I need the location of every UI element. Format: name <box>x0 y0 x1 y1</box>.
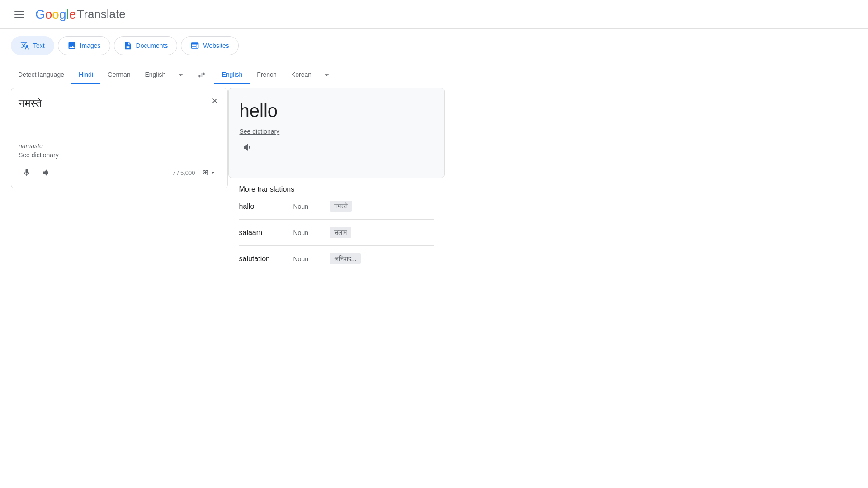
transliteration-text: namaste <box>19 142 220 150</box>
translations-list: hallo Noun नमस्ते salaam Noun सलाम salut… <box>239 193 434 272</box>
tabs-row: Text Images Documents Websites <box>0 29 868 55</box>
lang-korean[interactable]: Korean <box>284 66 319 84</box>
tr-type-1: Noun <box>293 229 330 236</box>
tr-hindi-2[interactable]: अभिवाद... <box>330 253 361 264</box>
translation-row-1: salaam Noun सलाम <box>239 220 434 246</box>
speaker-button-source[interactable] <box>38 164 55 181</box>
logo-google-text: Google <box>35 7 76 22</box>
input-toolbar: 7 / 5,000 अ <box>19 164 220 181</box>
app-header: Google Translate <box>0 0 868 29</box>
source-text[interactable]: नमस्ते <box>19 95 220 131</box>
speaker-button-target[interactable] <box>240 139 256 155</box>
target-lang-options: English French Korean <box>214 66 335 84</box>
lang-english-target[interactable]: English <box>214 66 250 84</box>
translation-panels: नमस्ते namaste See dictionary <box>11 84 445 279</box>
tab-images[interactable]: Images <box>58 36 110 55</box>
lang-english-source[interactable]: English <box>137 66 173 84</box>
main-content: Detect language Hindi German English <box>0 55 633 290</box>
source-lang-bar: Detect language Hindi German English <box>11 66 445 84</box>
lang-detect[interactable]: Detect language <box>11 66 71 84</box>
tr-type-0: Noun <box>293 203 330 210</box>
tr-hindi-0[interactable]: नमस्ते <box>330 201 352 212</box>
menu-button[interactable] <box>11 7 28 22</box>
tr-word-0: hallo <box>239 202 293 211</box>
tab-bar: Text Images Documents Websites <box>11 36 857 55</box>
tr-word-1: salaam <box>239 229 293 237</box>
input-container: नमस्ते namaste See dictionary <box>11 88 228 188</box>
more-translations-section: More translations hallo Noun नमस्ते sala… <box>228 178 445 279</box>
tab-images-label: Images <box>80 42 101 49</box>
swap-languages-button[interactable] <box>193 66 211 84</box>
more-translations-title: More translations <box>239 185 434 193</box>
source-lang-options: Detect language Hindi German English <box>11 66 189 84</box>
documents-icon <box>123 41 132 50</box>
source-lang-dropdown[interactable] <box>173 66 189 84</box>
target-lang-dropdown[interactable] <box>319 66 335 84</box>
clear-button[interactable] <box>208 94 222 108</box>
tr-type-2: Noun <box>293 255 330 263</box>
input-toolbar-right: 7 / 5,000 अ <box>172 167 220 178</box>
translation-audio-area <box>240 139 434 155</box>
source-see-dictionary-link[interactable]: See dictionary <box>19 151 59 159</box>
images-icon <box>67 41 76 50</box>
input-panel: नमस्ते namaste See dictionary <box>11 84 228 279</box>
microphone-button[interactable] <box>19 164 35 181</box>
input-toolbar-left <box>19 164 55 181</box>
translation-row-2: salutation Noun अभिवाद... <box>239 246 434 272</box>
tab-documents-label: Documents <box>136 42 168 49</box>
output-container: hello See dictionary <box>228 88 445 178</box>
text-icon <box>20 41 29 50</box>
translation-row-0: hallo Noun नमस्ते <box>239 193 434 220</box>
tab-documents[interactable]: Documents <box>114 36 178 55</box>
tr-word-2: salutation <box>239 255 293 263</box>
app-logo: Google Translate <box>35 7 126 22</box>
left-panel: Detect language Hindi German English <box>11 66 445 279</box>
translated-text: hello <box>240 99 434 122</box>
tr-hindi-1[interactable]: सलाम <box>330 227 351 238</box>
tab-websites-label: Websites <box>203 42 229 49</box>
websites-icon <box>190 41 199 50</box>
tab-text[interactable]: Text <box>11 36 54 55</box>
output-panel: hello See dictionary More translations h… <box>228 84 445 279</box>
lang-hindi[interactable]: Hindi <box>71 66 100 84</box>
lang-french[interactable]: French <box>250 66 284 84</box>
char-count: 7 / 5,000 <box>172 169 195 176</box>
target-see-dictionary-link[interactable]: See dictionary <box>240 128 280 135</box>
tab-websites[interactable]: Websites <box>181 36 238 55</box>
tab-text-label: Text <box>33 42 45 49</box>
font-size-button[interactable]: अ <box>199 167 220 178</box>
logo-translate-text: Translate <box>77 7 125 21</box>
lang-german[interactable]: German <box>100 66 138 84</box>
